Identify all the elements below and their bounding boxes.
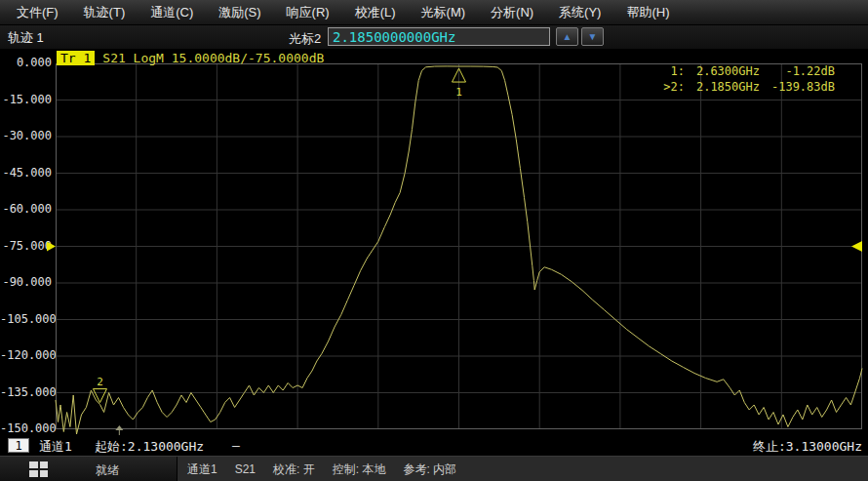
status-bar: 就绪 通道1 S21 校准: 开 控制: 本地 参考: 内部 [0,456,868,481]
arrow-down-icon: ▼ [588,31,598,42]
menu-file[interactable]: 文件(F) [4,0,71,25]
plot-area: 0.000-15.000-30.000-45.000-60.000-75.000… [0,49,868,437]
marker-readout-row: 1: 2.6300GHz -1.22dB [651,64,835,80]
marker-label: 2 [97,376,103,388]
menu-system[interactable]: 系统(Y) [546,0,613,25]
menu-stimulus[interactable]: 激励(S) [206,0,273,25]
y-axis-tick-label: -45.000 [0,166,52,181]
channel-label: 通道1 [39,438,72,456]
trace-1-badge[interactable]: Tr 1 [57,51,95,65]
app-launcher-icon[interactable] [29,461,48,477]
marker-2-freq: 2.1850GHz [685,80,760,96]
stop-frequency-readout: 终止:3.13000GHz [753,438,862,456]
status-reference: 参考: 内部 [403,461,456,478]
grid-square [40,461,49,468]
channel-footer: 1 通道1 起始:2.13000GHz — 终止:3.13000GHz [0,437,868,455]
trace-header: Tr 1 S21 LogM 15.0000dB/-75.0000dB [57,51,324,65]
sweep-dash: — [232,438,240,453]
y-axis-tick-label: -90.000 [0,275,52,291]
status-control: 控制: 本地 [333,461,386,478]
marker-label: 1 [455,86,462,99]
menu-channel[interactable]: 通道(C) [138,0,206,25]
menu-bar: 文件(F) 轨迹(T) 通道(C) 激励(S) 响应(R) 校准(L) 光标(M… [0,0,868,25]
marker-readout-table: 1: 2.6300GHz -1.22dB >2: 2.1850GHz -139.… [651,64,835,96]
marker-1-freq: 2.6300GHz [685,64,760,80]
status-cal: 校准: 开 [273,461,315,478]
channel-1-badge[interactable]: 1 [8,438,29,453]
marker-step-down-button[interactable]: ▼ [581,27,604,46]
y-axis-tick-label: -150.000 [0,421,52,437]
y-axis-tick-label: -60.000 [0,202,52,218]
marker-2-frequency-input[interactable] [328,27,550,46]
grid-square [40,470,49,477]
y-axis-tick-label: 0.000 [0,56,52,71]
menu-trace[interactable]: 轨迹(T) [71,0,138,25]
trace-1-tab[interactable]: 轨迹 1 [8,29,44,47]
measurement-chart[interactable]: 12 [56,63,862,429]
marker-2-field-label: 光标2 [289,30,321,48]
y-axis-tick-label: -105.000 [0,312,52,328]
marker-2-value: -139.83dB [760,80,835,96]
y-axis-tick-label: -15.000 [0,93,52,108]
stimulus-arrow-icon [115,425,123,435]
menu-help[interactable]: 帮助(H) [613,0,682,25]
menu-response[interactable]: 响应(R) [274,0,342,25]
ref-level-triangle-right[interactable] [851,241,862,252]
y-axis-labels: 0.000-15.000-30.000-45.000-60.000-75.000… [0,49,52,437]
y-axis-tick-label: -135.000 [0,385,52,401]
status-channel: 通道1 [187,461,217,478]
y-axis-tick-label: -75.000 [0,239,52,255]
marker-step-up-button[interactable]: ▲ [556,27,578,46]
marker-readout-row: >2: 2.1850GHz -139.83dB [651,80,835,96]
menu-analysis[interactable]: 分析(N) [478,0,546,25]
status-info-section: 通道1 S21 校准: 开 控制: 本地 参考: 内部 [177,457,868,481]
status-ready-text: 就绪 [96,462,119,479]
trace-format-readout: S21 LogM 15.0000dB/-75.0000dB [102,51,324,65]
marker-1-id: 1: [651,64,685,80]
menu-marker[interactable]: 光标(M) [409,0,479,25]
y-axis-tick-label: -30.000 [0,129,52,144]
marker-1-value: -1.22dB [760,64,835,80]
menu-cal[interactable]: 校准(L) [342,0,409,25]
vna-application-window: 文件(F) 轨迹(T) 通道(C) 激励(S) 响应(R) 校准(L) 光标(M… [0,0,868,481]
y-axis-tick-label: -120.000 [0,348,52,364]
grid-square [29,470,38,477]
status-parameter: S21 [235,462,256,476]
start-frequency-readout: 起始:2.13000GHz [95,438,204,456]
marker-2-id: >2: [651,80,685,96]
toolbar: 轨迹 1 光标2 ▲ ▼ [0,25,868,49]
arrow-up-icon: ▲ [563,31,572,42]
grid-square [29,461,38,468]
